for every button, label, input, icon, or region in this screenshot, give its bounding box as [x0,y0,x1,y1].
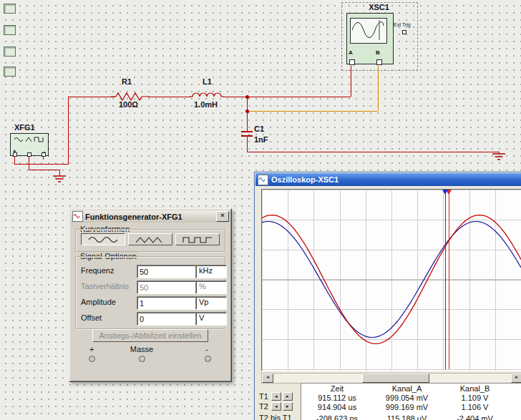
square-icon [182,236,213,244]
diff-kanal-a-value: 115.188 uV [373,414,441,420]
t1-kanal-b-value: 1.109 V [441,394,509,402]
frequency-unit[interactable]: kHz [195,265,227,278]
amplitude-input[interactable] [137,296,198,310]
offset-unit[interactable]: V [195,312,227,326]
ground-bars [53,176,66,182]
rise-fall-time-button[interactable]: Anstiegs-/Abfallzeit einstellen [92,329,208,342]
dialog-title-bar[interactable]: Funktionsgenerator-XFG1 [71,210,228,223]
wire-segment[interactable] [247,152,499,152]
schematic-marker[interactable] [4,4,16,14]
scope-display[interactable] [261,189,521,371]
scope-readout: Zeit Kanal_A Kanal_B 915.112 us 999.054 … [301,383,521,420]
duty-cycle-label: Tastverhältnis [81,282,129,290]
scope-scrollbar[interactable]: ◄ ► [261,373,521,384]
cursor-t1-label: T1 [259,392,268,401]
schematic-marker[interactable] [4,67,16,77]
terminal-nub[interactable] [349,59,355,65]
minus-terminal-label: - [205,345,208,353]
oscilloscope-window: Oszilloskop-XSC1 ◄ ► T1 ◄ ► T2 ◄ ► T2 bi… [254,172,521,420]
cursor-1[interactable] [449,190,449,369]
sine-wave-button[interactable] [81,233,125,245]
triangle-wave-button[interactable] [128,233,172,245]
scope-measurement-panel: T1 ◄ ► T2 ◄ ► T2 bis T1 Zeit Kanal_A Kan… [256,383,521,420]
wire-segment-probe-b[interactable] [378,66,379,111]
scope-traces [262,190,521,369]
terminal-nub[interactable] [376,59,382,65]
t2-readout-row: 914.904 us 999.169 mV 1.106 V [301,403,521,411]
oscilloscope-mini-screen [350,18,387,44]
t1-right-button[interactable]: ► [283,392,293,401]
plus-terminal-label: + [89,345,94,353]
junction-dot [245,95,249,99]
close-icon[interactable]: × [216,211,229,222]
wire-segment[interactable] [148,97,191,97]
scope-window-title: Oszilloskop-XSC1 [271,175,339,184]
terminal-a-label: A [349,49,353,56]
wire-segment[interactable] [29,155,29,170]
resistor-zigzag [111,93,150,100]
t1-left-button[interactable]: ◄ [271,392,281,401]
t1-readout-row: 915.112 us 999.054 mV 1.109 V [301,394,521,402]
diff-zeit-value: -208.623 ns [301,414,373,420]
capacitor-plate[interactable] [241,135,253,137]
t2-left-button[interactable]: ◄ [271,402,281,411]
wire-segment-channel-b[interactable] [247,111,378,112]
inductor-ref-label: L1 [203,77,212,86]
cursor-t2-label: T2 [259,402,268,411]
terminal-nub[interactable] [13,152,17,157]
column-header-zeit: Zeit [301,384,373,393]
diff-readout-row: -208.623 ns 115.188 uV -2.404 mV [301,414,521,420]
t2-kanal-b-value: 1.106 V [441,403,509,411]
t2-right-button[interactable]: ► [283,402,293,411]
column-header-kanal-a: Kanal_A [373,384,441,393]
masse-terminal[interactable] [139,356,145,362]
column-header-kanal-b: Kanal_B [441,384,509,393]
ground-icon[interactable] [492,153,505,161]
amplitude-unit[interactable]: Vp [195,296,227,310]
scroll-right-icon[interactable]: ► [511,373,521,383]
function-generator-window-icon [72,211,83,222]
schematic-marker[interactable] [4,25,16,35]
junction-dot [245,109,249,113]
scope-title-bar[interactable]: Oszilloskop-XSC1 [255,173,521,186]
scroll-left-icon[interactable]: ◄ [262,373,273,383]
scrollbar-thumb[interactable] [362,373,429,383]
ext-trig-terminal-nub[interactable] [402,30,406,34]
duty-cycle-unit: % [195,280,227,294]
function-generator-dialog: Funktionsgenerator-XFG1 × Kurvenformen S… [69,208,232,382]
capacitor-plate[interactable] [241,131,253,132]
terminal-nub[interactable] [27,152,31,157]
frequency-input[interactable] [137,265,198,278]
inductor-value-label: 1.0mH [194,100,218,109]
frequency-label: Frequenz [81,266,114,275]
capacitor-ref-label: C1 [254,124,264,133]
oscilloscope-window-icon [258,175,268,185]
wire-segment[interactable] [29,170,59,170]
wire-segment[interactable] [68,97,69,165]
terminal-nub[interactable] [42,152,46,157]
capacitor-value-label: 1nF [254,135,268,144]
wire-segment[interactable] [14,164,68,165]
amplitude-label: Amplitude [81,298,116,306]
square-wave-button[interactable] [175,233,220,245]
minus-terminal[interactable] [205,356,211,362]
oscilloscope-component[interactable]: A B [346,13,394,64]
waveform-glyphs-icon [13,136,46,143]
function-generator-component[interactable]: + - [10,133,49,156]
wire-segment[interactable] [68,97,115,97]
ground-bars [492,154,505,160]
inductor-coils [190,93,224,97]
offset-label: Offset [81,313,102,322]
wire-segment[interactable] [247,136,248,152]
plus-terminal[interactable] [89,356,95,362]
t1-kanal-a-value: 999.054 mV [373,394,441,402]
ground-icon[interactable] [53,175,66,183]
sine-icon [88,236,120,244]
offset-input[interactable] [137,312,198,326]
wire-segment[interactable] [223,97,351,97]
scope-ref-label: XSC1 [341,3,417,11]
wire-segment[interactable] [247,97,248,131]
inductor-symbol[interactable] [190,90,224,97]
cursor-2[interactable] [445,190,446,369]
schematic-marker[interactable] [4,47,16,57]
